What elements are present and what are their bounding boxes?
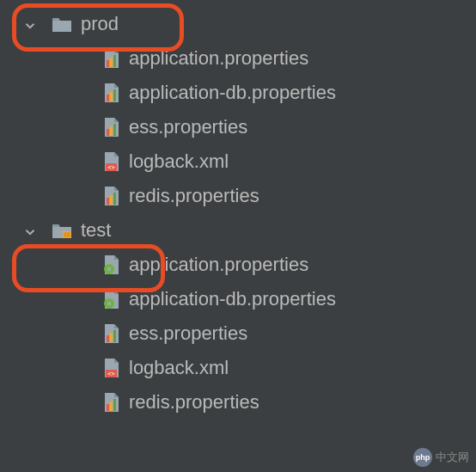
svg-point-20	[107, 267, 111, 271]
watermark-badge: php	[413, 448, 432, 467]
svg-rect-5	[113, 89, 116, 101]
properties-chart-icon	[103, 117, 120, 138]
svg-rect-6	[107, 129, 109, 136]
file-row[interactable]: application-db.properties	[0, 282, 476, 316]
svg-rect-24	[110, 333, 113, 342]
file-label: application.properties	[129, 47, 308, 70]
folder-resource-icon	[52, 222, 72, 239]
file-label: ess.properties	[129, 322, 247, 345]
file-row[interactable]: application.properties	[0, 41, 476, 76]
file-label: redis.properties	[129, 391, 259, 414]
svg-text:<>: <>	[107, 164, 114, 171]
svg-rect-2	[113, 55, 116, 67]
svg-text:<>: <>	[107, 371, 114, 377]
xml-icon: <>	[103, 358, 120, 378]
file-label: ess.properties	[129, 116, 247, 138]
svg-point-22	[107, 302, 111, 305]
file-row[interactable]: application-db.properties	[0, 76, 476, 110]
properties-chart-icon	[103, 323, 120, 344]
chevron-down-icon[interactable]	[22, 223, 38, 238]
file-row[interactable]: <>logback.xml	[0, 144, 476, 179]
project-tree: prodapplication.propertiesapplication-db…	[0, 0, 476, 420]
file-label: application-db.properties	[129, 288, 336, 310]
svg-rect-30	[113, 399, 116, 411]
file-label: logback.xml	[129, 357, 229, 379]
folder-prod[interactable]: prod	[0, 7, 476, 41]
svg-rect-29	[110, 402, 113, 411]
file-label: application.properties	[129, 254, 308, 276]
xml-icon: <>	[103, 151, 120, 172]
file-row[interactable]: application.properties	[0, 248, 476, 282]
file-label: application-db.properties	[129, 82, 336, 104]
file-label: redis.properties	[129, 185, 259, 207]
watermark: php 中文网	[413, 448, 469, 467]
properties-chart-icon	[103, 48, 120, 69]
file-row[interactable]: redis.properties	[0, 385, 476, 420]
watermark-text: 中文网	[436, 450, 469, 465]
svg-rect-3	[107, 95, 109, 101]
chevron-down-icon[interactable]	[22, 16, 38, 32]
folder-label: prod	[81, 13, 119, 35]
svg-rect-0	[107, 60, 109, 67]
svg-rect-11	[107, 198, 109, 205]
properties-spring-icon	[103, 254, 120, 275]
svg-rect-7	[110, 126, 113, 136]
folder-test[interactable]: test	[0, 213, 476, 248]
svg-rect-12	[110, 195, 113, 205]
folder-label: test	[81, 219, 111, 242]
file-row[interactable]: ess.properties	[0, 316, 476, 351]
properties-chart-icon	[103, 83, 120, 103]
folder-icon	[52, 15, 72, 33]
svg-rect-23	[107, 335, 109, 342]
file-row[interactable]: <>logback.xml	[0, 351, 476, 385]
properties-chart-icon	[103, 186, 120, 206]
svg-rect-25	[113, 330, 116, 342]
svg-rect-4	[110, 92, 113, 101]
svg-rect-13	[113, 193, 116, 205]
svg-rect-28	[107, 404, 109, 411]
properties-spring-icon	[103, 289, 120, 310]
file-row[interactable]: ess.properties	[0, 110, 476, 144]
file-label: logback.xml	[129, 150, 229, 173]
svg-rect-8	[113, 124, 116, 136]
file-row[interactable]: redis.properties	[0, 179, 476, 213]
svg-rect-1	[110, 58, 113, 67]
properties-chart-icon	[103, 392, 120, 413]
